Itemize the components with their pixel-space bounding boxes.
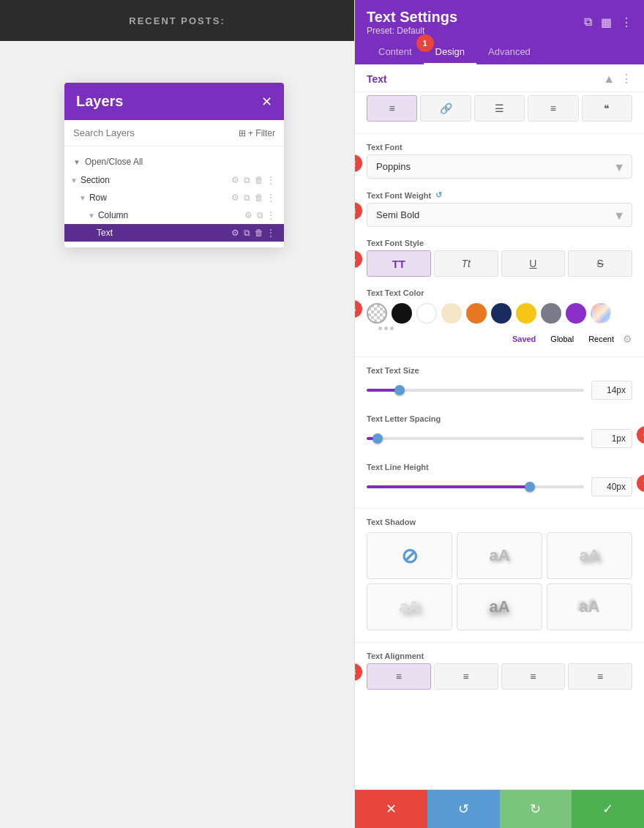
shadow-2[interactable]: aA	[547, 532, 632, 579]
letter-spacing-group: Text Letter Spacing 1px 6	[355, 409, 644, 457]
layer-row-label: Row	[89, 193, 228, 203]
text-size-slider[interactable]	[367, 389, 584, 392]
tab-design[interactable]: Design	[424, 40, 476, 64]
more-icon[interactable]: ⋮	[266, 175, 275, 185]
confirm-button[interactable]: ✓	[572, 790, 644, 828]
step-7-badge: 7	[637, 474, 644, 492]
filter-icon: ⊞	[239, 128, 246, 138]
layer-item-column[interactable]: ▼ Column ⚙ ⧉ ⋮	[64, 206, 284, 224]
shadow-5[interactable]: aA	[547, 583, 632, 630]
font-style-italic[interactable]: Tt	[434, 250, 498, 277]
layers-body: ▼ Open/Close All ▼ Section ⚙ ⧉ 🗑 ⋮ ▼ Row…	[64, 146, 284, 247]
collapse-icon[interactable]: ▲	[603, 72, 615, 86]
more-icon[interactable]: ⋮	[266, 193, 275, 203]
layer-item-section[interactable]: ▼ Section ⚙ ⧉ 🗑 ⋮	[64, 171, 284, 189]
layers-title: Layers	[76, 93, 124, 110]
font-style-underline[interactable]: U	[501, 250, 566, 277]
color-tab-recent[interactable]: Recent	[583, 333, 620, 345]
color-swatch-black[interactable]	[392, 303, 412, 324]
duplicate-icon[interactable]: ⧉	[244, 228, 250, 238]
slider-thumb[interactable]	[372, 433, 383, 444]
text-size-value[interactable]: 14px	[591, 381, 632, 400]
divider	[355, 133, 644, 134]
align-ordered-button[interactable]: ≡	[528, 95, 578, 122]
redo-button[interactable]: ↻	[500, 790, 572, 828]
align-list-button[interactable]: ☰	[474, 95, 525, 122]
delete-icon[interactable]: 🗑	[255, 193, 263, 203]
layer-item-text[interactable]: Text ⚙ ⧉ 🗑 ⋮	[64, 224, 284, 242]
shadow-1[interactable]: aA	[457, 532, 542, 579]
layout-icon[interactable]: ⧉	[584, 15, 592, 29]
text-font-weight-select[interactable]: Semi Bold	[367, 203, 632, 227]
text-align-justify[interactable]: ≡	[568, 663, 632, 690]
color-tab-global[interactable]: Global	[544, 333, 580, 345]
color-swatch-yellow[interactable]	[516, 303, 536, 324]
duplicate-icon[interactable]: ⧉	[244, 193, 250, 203]
color-dot	[384, 327, 388, 330]
bottom-bar: ✕ ↺ ↻ ✓	[355, 789, 644, 828]
more-icon[interactable]: ⋮	[266, 210, 275, 220]
delete-icon[interactable]: 🗑	[255, 175, 263, 185]
tab-content[interactable]: Content 1	[367, 40, 424, 64]
settings-icon[interactable]: ⚙	[231, 193, 239, 203]
text-align-right[interactable]: ≡	[501, 663, 566, 690]
color-swatch-none[interactable]	[367, 303, 387, 324]
open-close-all[interactable]: ▼ Open/Close All	[64, 152, 284, 171]
duplicate-icon[interactable]: ⧉	[257, 210, 263, 220]
settings-icon[interactable]: ⚙	[231, 175, 239, 185]
shadow-options: ⊘ aA aA aA aA aA	[367, 529, 632, 633]
align-left-button[interactable]: ≡	[367, 95, 417, 122]
arrow-icon: ▼	[79, 194, 86, 202]
settings-icon[interactable]: ⚙	[231, 228, 239, 238]
layers-close-button[interactable]: ✕	[261, 94, 272, 110]
font-style-bold[interactable]: TT	[367, 250, 431, 277]
divider	[355, 642, 644, 643]
gear-icon[interactable]: ⚙	[623, 333, 632, 345]
panel-tabs: Content 1 Design Advanced	[367, 40, 632, 64]
search-input[interactable]	[73, 127, 233, 138]
duplicate-icon[interactable]: ⧉	[244, 175, 250, 185]
color-swatch-cream[interactable]	[441, 303, 462, 324]
color-tab-saved[interactable]: Saved	[506, 333, 542, 345]
slider-thumb[interactable]	[525, 482, 535, 492]
tab-advanced[interactable]: Advanced	[476, 40, 542, 64]
color-swatch-custom[interactable]	[591, 303, 611, 324]
panel-content: Text ▲ ⋮ ≡ 🔗 ☰ ≡ ❝ Text Font Poppins ▼	[355, 64, 644, 789]
section-more-icon[interactable]: ⋮	[621, 72, 632, 86]
line-height-slider[interactable]	[367, 485, 584, 488]
reset-button[interactable]: ↺	[427, 790, 500, 828]
letter-spacing-value[interactable]: 1px	[591, 429, 632, 448]
shadow-4[interactable]: aA	[457, 583, 542, 630]
color-swatch-purple[interactable]	[566, 303, 586, 324]
font-style-strikethrough[interactable]: S	[568, 250, 632, 277]
step-4-badge: 4	[355, 250, 362, 268]
color-swatch-gray[interactable]	[541, 303, 561, 324]
color-swatch-navy[interactable]	[491, 303, 512, 324]
color-swatch-white[interactable]	[416, 303, 437, 324]
layer-col-label: Column	[98, 210, 242, 220]
line-height-value[interactable]: 40px	[591, 477, 632, 496]
reset-icon[interactable]: ↺	[435, 190, 442, 200]
shadow-none[interactable]: ⊘	[367, 532, 452, 579]
step-6-badge: 6	[637, 426, 644, 444]
shadow-3[interactable]: aA	[367, 583, 452, 630]
align-quote-button[interactable]: ❝	[582, 95, 632, 122]
settings-icon[interactable]: ⚙	[244, 210, 252, 220]
color-dot	[378, 327, 382, 330]
text-align-center[interactable]: ≡	[434, 663, 498, 690]
text-align-left[interactable]: ≡	[367, 663, 431, 690]
color-swatch-orange[interactable]	[466, 303, 487, 324]
text-font-group: Text Font Poppins ▼ 2	[355, 137, 644, 184]
layer-item-row[interactable]: ▼ Row ⚙ ⧉ 🗑 ⋮	[64, 189, 284, 206]
more-icon[interactable]: ⋮	[621, 15, 632, 29]
text-font-select[interactable]: Poppins	[367, 154, 632, 179]
no-shadow-icon: ⊘	[401, 544, 418, 568]
delete-icon[interactable]: 🗑	[255, 228, 263, 238]
cancel-button[interactable]: ✕	[355, 790, 427, 828]
filter-button[interactable]: ⊞ + Filter	[239, 128, 275, 138]
letter-spacing-slider[interactable]	[367, 437, 584, 440]
grid-icon[interactable]: ▦	[601, 15, 612, 29]
align-link-button[interactable]: 🔗	[420, 95, 471, 122]
slider-thumb[interactable]	[394, 385, 405, 395]
more-icon[interactable]: ⋮	[266, 228, 275, 238]
